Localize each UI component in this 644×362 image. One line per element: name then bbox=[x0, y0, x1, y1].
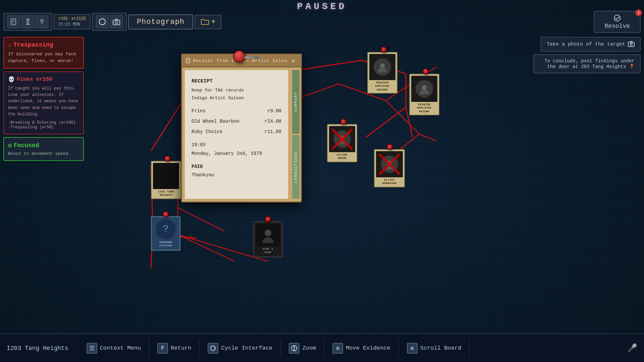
svg-point-5 bbox=[99, 19, 105, 25]
zoom-btn[interactable]: Zoom bbox=[281, 340, 324, 357]
receipt-line1: Keep for TAX records bbox=[192, 86, 281, 94]
svg-point-8 bbox=[614, 15, 620, 21]
svg-line-16 bbox=[419, 134, 436, 141]
svg-line-20 bbox=[178, 235, 235, 261]
warning-icon: ⚠ bbox=[8, 42, 11, 48]
sync-sons-label: SYNC &SONS bbox=[263, 247, 273, 254]
resolve-label: Resolve bbox=[604, 23, 630, 29]
focused-text: Boost to movement speed. bbox=[8, 151, 79, 156]
svg-point-4 bbox=[42, 20, 43, 21]
item1-name: Fries bbox=[192, 107, 206, 115]
icon-group-1 bbox=[3, 13, 52, 31]
move-evidence-btn[interactable]: ⊕ Move Evidence bbox=[324, 340, 399, 357]
notification-badge: 1 bbox=[635, 9, 642, 16]
sync-sons-img bbox=[256, 224, 280, 246]
fines-body: If caught you will pay this. Lose your w… bbox=[8, 85, 79, 118]
svg-point-27 bbox=[422, 85, 427, 90]
scroll-board-icon: ⊕ bbox=[407, 343, 418, 354]
location-pin-icon: 📍 bbox=[629, 64, 635, 69]
doc-close-button[interactable]: ✕ bbox=[289, 57, 298, 65]
microphone-icon: 🎤 bbox=[627, 343, 637, 353]
receipt-thanks: Thankyou bbox=[192, 171, 281, 179]
return-btn[interactable]: F Return bbox=[149, 340, 200, 357]
unknown-citizen-label: UNKNOWNCITIZEN bbox=[159, 241, 172, 248]
cycle-interface-icon bbox=[208, 343, 218, 354]
camera-mode-btn[interactable] bbox=[110, 15, 123, 28]
right-panel: Take a photo of the target To conclude, … bbox=[533, 37, 641, 73]
item2-name: Old Wheel Bourbon bbox=[192, 117, 239, 126]
employee-record-2-img bbox=[411, 76, 437, 102]
time-stat: 21:21 MON bbox=[58, 22, 86, 27]
hourglass-icon-btn[interactable] bbox=[21, 15, 34, 28]
trespassing-title: ⚠ Trespassing bbox=[8, 42, 79, 48]
location-card-label: 1203 TANGHEIGHTS bbox=[158, 190, 174, 197]
folder-button[interactable]: + bbox=[195, 15, 221, 29]
tab-summary[interactable]: SUMMARY bbox=[292, 70, 300, 134]
cred-stat: er2125 bbox=[71, 16, 86, 22]
item3-name: Ruby Choice bbox=[192, 128, 222, 136]
scroll-board-btn[interactable]: ⊕ Scroll Board bbox=[399, 340, 470, 357]
trespassing-text: If discovered you may face capture, fine… bbox=[8, 51, 79, 64]
receipt-time: 19:03 bbox=[192, 141, 281, 149]
unknown-citizen-card[interactable]: ? UNKNOWNCITIZEN bbox=[151, 216, 180, 251]
paused-text: PAUSED bbox=[297, 1, 347, 12]
focused-box: ⊙ Focused Boost to movement speed. bbox=[3, 137, 84, 161]
hint-text-2: To conclude, post findings under the doo… bbox=[544, 58, 635, 69]
employee-record-card-1[interactable]: PRINTEDEMPLOYEERECORD bbox=[367, 52, 397, 94]
hint-text-1: Take a photo of the target bbox=[547, 42, 625, 47]
cycle-interface-btn[interactable]: Cycle Interface bbox=[200, 340, 281, 357]
eilidh-andre-img bbox=[329, 126, 355, 152]
eilidh-andre-label: EILIDHANDRE bbox=[337, 153, 347, 160]
unknown-citizen-img: ? bbox=[156, 219, 176, 239]
bottom-bar: I203 Tang Heights ☰ Context Menu F Retur… bbox=[0, 334, 644, 362]
bottom-location: I203 Tang Heights bbox=[7, 345, 68, 352]
fines-title: 💀 Fines er150 bbox=[8, 76, 79, 83]
employee-record-1-label: PRINTEDEMPLOYEERECORD bbox=[375, 81, 389, 92]
sync-sons-card[interactable]: SYNC &SONS bbox=[253, 221, 283, 257]
zoom-icon bbox=[289, 343, 300, 354]
item3-price: r11.00 bbox=[265, 128, 281, 136]
photograph-label: Photograph bbox=[137, 18, 184, 26]
tab-connections[interactable]: CONNECTIONS bbox=[292, 135, 300, 199]
focused-icon: ⊙ bbox=[8, 142, 12, 149]
fines-icon: 💀 bbox=[8, 76, 15, 83]
employee-record-card-2[interactable]: PRINTEDEMPLOYEERECORD bbox=[409, 74, 439, 115]
svg-rect-9 bbox=[628, 42, 634, 47]
context-menu-btn[interactable]: ☰ Context Menu bbox=[78, 340, 149, 357]
receipt-paper: RECEIPT Keep for TAX records Indigo Arti… bbox=[185, 70, 288, 199]
trespassing-warning: ⚠ Trespassing If discovered you may face… bbox=[3, 37, 84, 69]
employee-record-1-img bbox=[369, 54, 395, 80]
location-card-tang[interactable]: 1203 TANGHEIGHTS bbox=[151, 161, 181, 199]
svg-point-26 bbox=[380, 63, 385, 68]
circle-mode-btn[interactable] bbox=[96, 15, 109, 28]
hint-take-photo: Take a photo of the target bbox=[541, 37, 641, 52]
svg-point-7 bbox=[115, 21, 118, 24]
employee-record-2-label: PRINTEDEMPLOYEERECORD bbox=[417, 103, 431, 113]
svg-line-18 bbox=[178, 208, 225, 231]
eilidh-andre-card[interactable]: EILIDHANDRE bbox=[327, 124, 357, 162]
fines-items: -Breaking & Entering (er100) -Trespassin… bbox=[8, 120, 79, 130]
hint-post-findings: To conclude, post findings under the doo… bbox=[533, 54, 641, 73]
photograph-button[interactable]: Photograph bbox=[128, 14, 193, 29]
top-bar: r101 er2125 21:21 MON Photograph + Resol… bbox=[0, 10, 644, 34]
elliot-harrison-label: ELLIOTHARRISON bbox=[382, 178, 396, 185]
receipt-line2: Indigo Artist Saloon bbox=[192, 94, 281, 102]
item2-price: r24.00 bbox=[265, 117, 281, 126]
elliot-harrison-img bbox=[376, 151, 403, 177]
map-icon-btn[interactable] bbox=[36, 15, 48, 28]
money-stat: r101 bbox=[58, 16, 68, 22]
document-window: Receipt from Indigo Artist Saloo ✕ RECEI… bbox=[181, 54, 302, 202]
doc-sidebar: SUMMARY CONNECTIONS bbox=[291, 67, 301, 201]
journal-icon-btn[interactable] bbox=[7, 15, 20, 28]
resolve-button[interactable]: Resolve 1 bbox=[594, 11, 641, 33]
item1-price: r9.00 bbox=[267, 107, 281, 115]
stats-box: r101 er2125 21:21 MON bbox=[54, 14, 91, 29]
paused-banner: PAUSED bbox=[284, 0, 361, 13]
svg-point-34 bbox=[265, 230, 271, 236]
document-pin bbox=[233, 50, 245, 64]
focused-title: ⊙ Focused bbox=[8, 142, 79, 149]
receipt-date: Monday, January 2nd, 1979 bbox=[192, 149, 281, 158]
receipt-header: RECEIPT bbox=[192, 77, 281, 86]
elliot-harrison-card[interactable]: ELLIOTHARRISON bbox=[374, 149, 405, 187]
location-card-img bbox=[153, 163, 179, 189]
